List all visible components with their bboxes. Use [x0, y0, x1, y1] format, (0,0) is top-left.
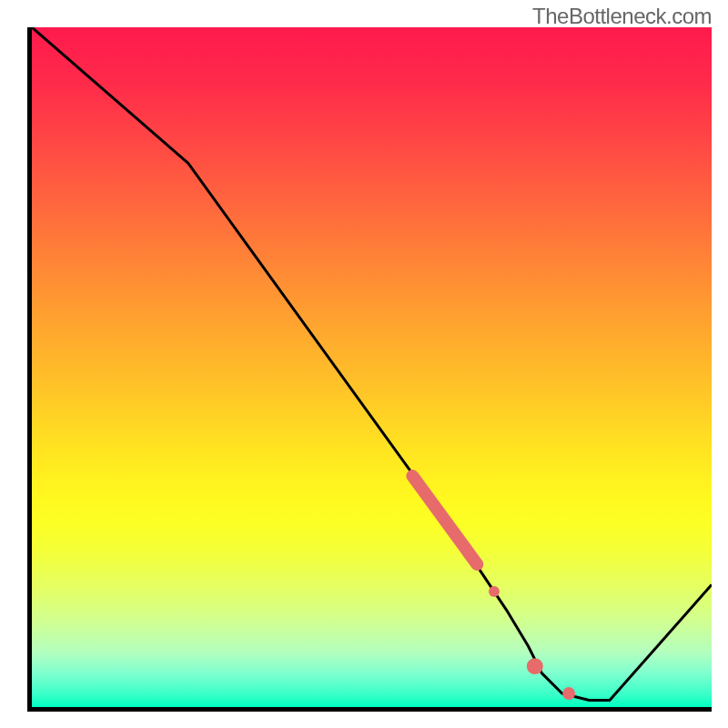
marker-highlight-segment: [412, 476, 477, 564]
series-bottleneck-curve: [32, 27, 712, 701]
watermark-text: TheBottleneck.com: [532, 4, 712, 29]
chart-container: TheBottleneck.com: [0, 0, 728, 728]
plot-area: [27, 27, 712, 712]
curve-layer: [32, 27, 712, 701]
chart-svg: [32, 27, 712, 707]
marker-dot-2: [527, 658, 543, 674]
marker-dot-3: [562, 687, 575, 700]
marker-dot-1: [489, 586, 500, 597]
